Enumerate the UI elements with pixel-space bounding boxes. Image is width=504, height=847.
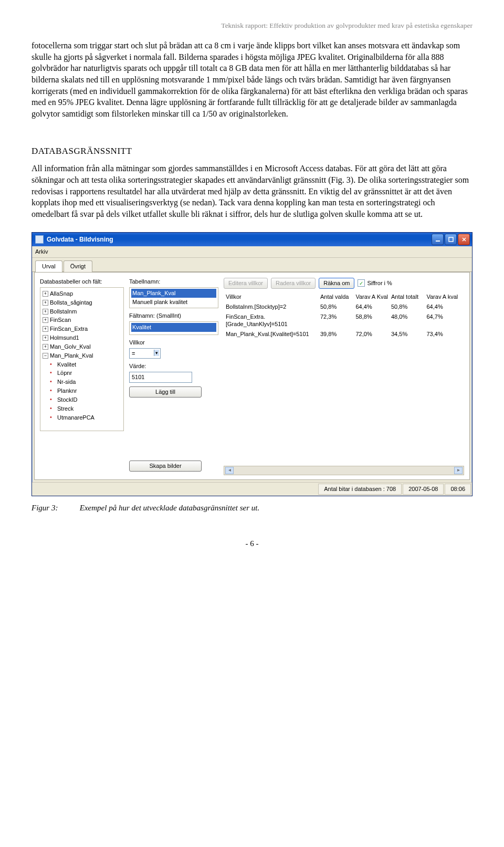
col-head: Antal totalt	[391, 293, 427, 301]
villkor-label: Villkor	[129, 339, 218, 347]
tab-ovrigt[interactable]: Övrigt	[64, 260, 92, 272]
tree-item[interactable]: BollstaInm	[41, 307, 122, 316]
scroll-left-icon[interactable]: ◂	[225, 467, 234, 474]
cell: 64,7%	[426, 313, 462, 329]
cell: Man_Plank_Kval.[Kvalitet]=5101	[226, 330, 320, 338]
edit-condition-button[interactable]: Editera villkor	[224, 278, 268, 289]
cell: 58,8%	[355, 313, 391, 329]
percent-checkbox[interactable]: ✓ Siffror i %	[358, 279, 392, 287]
cell: 72,0%	[355, 330, 391, 338]
cell: 34,5%	[391, 330, 427, 338]
status-time: 08:06	[445, 484, 471, 495]
status-count: Antal bitar i databasen : 708	[318, 484, 402, 495]
list-item[interactable]: Manuell plank kvalitet	[131, 298, 216, 307]
window-controls	[432, 234, 470, 245]
tree-item[interactable]: Bollsta_sågintag	[41, 298, 122, 307]
app-title: Golvdata - Bildvisning	[47, 235, 113, 244]
villkor-operator-select[interactable]: =	[129, 348, 161, 359]
cell: 50,8%	[320, 303, 356, 311]
close-button[interactable]	[458, 234, 470, 245]
cell: BollstaInm.[Stocktyp]=2	[226, 303, 320, 311]
tree-label: Databastabeller och fält:	[40, 278, 124, 286]
check-icon: ✓	[358, 279, 365, 287]
delete-condition-button[interactable]: Radera villkor	[271, 278, 316, 289]
tree-item-open[interactable]: Man_Plank_Kval	[41, 351, 122, 360]
tab-strip: Urval Övrigt	[32, 258, 472, 272]
col-head: Villkor	[226, 293, 320, 301]
list-item[interactable]: Man_Plank_Kval	[131, 289, 216, 298]
cell: 48,0%	[391, 313, 427, 329]
results-table: Villkor Antal valda Varav A Kval Antal t…	[224, 292, 464, 339]
maximize-button[interactable]	[445, 234, 457, 245]
minimize-button[interactable]	[432, 234, 444, 245]
tree-item[interactable]: FinScan_Extra	[41, 325, 122, 333]
running-header: Teknisk rapport: Effektiv produktion av …	[32, 21, 472, 30]
status-bar: Antal bitar i databasen : 708 2007-05-08…	[32, 482, 472, 496]
cell: 64,4%	[426, 303, 462, 311]
tablename-label: Tabellnamn:	[129, 278, 218, 286]
db-tree[interactable]: AllaSnap Bollsta_sågintag BollstaInm Fin…	[40, 287, 124, 431]
tree-child[interactable]: UtmanarePCA	[41, 413, 122, 422]
column-mid: Tabellnamn: Man_Plank_Kval Manuell plank…	[129, 278, 218, 475]
table-row[interactable]: BollstaInm.[Stocktyp]=2 50,8% 64,4% 50,8…	[224, 302, 464, 312]
recalc-button[interactable]: Räkna om	[319, 278, 354, 289]
app-icon	[35, 235, 44, 244]
percent-checkbox-label: Siffror i %	[367, 279, 392, 287]
app-window: Golvdata - Bildvisning Arkiv Urval Övrig…	[32, 232, 472, 496]
fieldname-label: Fältnamn: (SmallInt)	[129, 312, 218, 320]
table-head: Villkor Antal valda Varav A Kval Antal t…	[224, 292, 464, 302]
value-label: Värde:	[129, 362, 218, 370]
menu-bar: Arkiv	[32, 246, 472, 258]
tree-child[interactable]: Streck	[41, 404, 122, 413]
tablename-list[interactable]: Man_Plank_Kval Manuell plank kvalitet	[129, 287, 218, 308]
tab-urval[interactable]: Urval	[35, 260, 62, 272]
body-paragraph-2: All information från alla mätningar som …	[32, 163, 472, 219]
top-controls: Editera villkor Radera villkor Räkna om …	[224, 278, 464, 289]
client-area: Databastabeller och fält: AllaSnap Bolls…	[34, 272, 470, 480]
svg-rect-1	[449, 237, 453, 242]
horizontal-scrollbar[interactable]: ◂ ▸	[224, 466, 464, 475]
page-number: - 6 -	[32, 538, 472, 549]
tree-child[interactable]: StockID	[41, 395, 122, 404]
tree-item[interactable]: Man_Golv_Kval	[41, 342, 122, 351]
tree-child[interactable]: Löpnr	[41, 369, 122, 378]
fieldname-list[interactable]: Kvalitet	[129, 321, 218, 335]
cell: 64,4%	[355, 303, 391, 311]
col-head: Varav A Kval	[355, 293, 391, 301]
list-item[interactable]: Kvalitet	[131, 323, 216, 332]
tree-child[interactable]: Planknr	[41, 386, 122, 395]
tree-item[interactable]: FinScan	[41, 316, 122, 325]
create-images-button[interactable]: Skapa bilder	[129, 461, 202, 472]
body-paragraph-1: fotocellerna som triggar start och slut …	[32, 40, 472, 119]
svg-rect-0	[436, 240, 440, 242]
menu-arkiv[interactable]: Arkiv	[35, 248, 48, 255]
column-right: Editera villkor Radera villkor Räkna om …	[224, 278, 464, 475]
tree-item[interactable]: Holmsund1	[41, 333, 122, 342]
table-row[interactable]: Man_Plank_Kval.[Kvalitet]=5101 39,8% 72,…	[224, 329, 464, 339]
figure-label: Figur 3:	[32, 503, 78, 513]
cell: 50,8%	[391, 303, 427, 311]
tree-child[interactable]: Nr-sida	[41, 378, 122, 386]
add-button[interactable]: Lägg till	[129, 386, 202, 398]
title-bar[interactable]: Golvdata - Bildvisning	[32, 233, 472, 246]
figure-caption-text: Exempel på hur det utvecklade databasgrä…	[80, 504, 259, 512]
cell: 72,3%	[320, 313, 356, 329]
section-heading: DATABASGRÄNSSNITT	[32, 145, 472, 158]
column-left: Databastabeller och fält: AllaSnap Bolls…	[40, 278, 124, 475]
scroll-right-icon[interactable]: ▸	[454, 467, 463, 474]
col-head: Varav A kval	[426, 293, 462, 301]
tree-item[interactable]: AllaSnap	[41, 289, 122, 298]
table-row[interactable]: FinScan_Extra.[Grade_UtanKlyv]=5101 72,3…	[224, 312, 464, 330]
value-input[interactable]: 5101	[129, 372, 192, 383]
status-date: 2007-05-08	[403, 484, 444, 495]
figure-caption: Figur 3: Exempel på hur det utvecklade d…	[32, 503, 472, 513]
tree-child[interactable]: Kvalitet	[41, 360, 122, 369]
col-head: Antal valda	[320, 293, 356, 301]
cell: FinScan_Extra.[Grade_UtanKlyv]=5101	[226, 313, 320, 329]
cell: 73,4%	[426, 330, 462, 338]
cell: 39,8%	[320, 330, 356, 338]
